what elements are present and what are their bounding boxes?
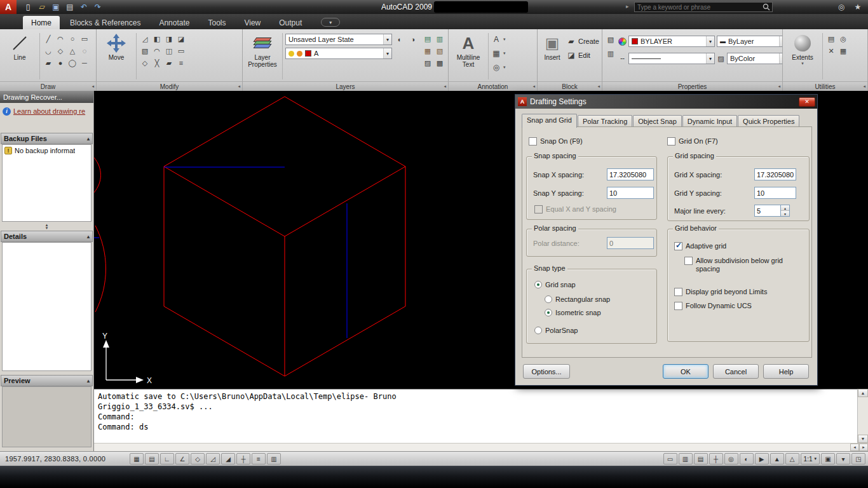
tab-blocks-references[interactable]: Blocks & References	[62, 16, 149, 29]
modify-tool-icon[interactable]: ▭	[175, 45, 187, 57]
chevron-down-icon[interactable]: ▾	[503, 65, 506, 70]
snap-on-checkbox[interactable]: Snap On (F9)	[529, 137, 583, 146]
layer-tool-icon[interactable]: ▨	[422, 57, 433, 69]
draw-tool-icon[interactable]: ◇	[55, 45, 66, 57]
undo-button[interactable]: ↶	[78, 1, 90, 13]
scroll-down-icon[interactable]: ▼	[858, 435, 868, 443]
properties-panel-label[interactable]: Properties◂	[602, 81, 782, 91]
modify-tool-icon[interactable]: ◿	[139, 33, 151, 44]
cube-wireframe[interactable]	[94, 97, 405, 376]
tab-output[interactable]: Output	[271, 16, 310, 29]
open-button[interactable]: ▱	[36, 1, 48, 13]
quick-view-layouts-button[interactable]: ▥	[679, 453, 693, 464]
modify-tool-icon[interactable]: ╳	[151, 57, 163, 69]
utility-icon[interactable]: ◎	[837, 33, 849, 44]
tab-snap-and-grid[interactable]: Snap and Grid	[522, 114, 577, 128]
snap-toggle[interactable]: ▦	[130, 453, 144, 464]
insert-block-button[interactable]: ▣ Insert	[540, 31, 564, 81]
rectangular-snap-radio[interactable]: Rectangular snap	[545, 295, 610, 303]
line-tool-button[interactable]: Line	[3, 31, 37, 81]
command-vertical-scrollbar[interactable]: ▲ ▼	[857, 389, 868, 443]
utilities-panel-label[interactable]: Utilities◂	[783, 81, 867, 91]
grid-y-spacing-input[interactable]	[754, 187, 796, 199]
layer-tool-icon[interactable]: ▦	[422, 45, 433, 57]
options-button[interactable]: Options...	[523, 364, 570, 379]
allow-subdivision-checkbox[interactable]: Allow subdivision below grid spacing	[684, 257, 803, 273]
modify-tool-icon[interactable]: ≡	[175, 57, 187, 69]
adaptive-grid-checkbox[interactable]: Adaptive grid	[674, 242, 726, 250]
table-icon[interactable]: ▦	[491, 49, 501, 58]
palette-title[interactable]: Drawing Recover...	[0, 91, 93, 103]
annotation-visibility-button[interactable]: ▲	[770, 453, 784, 464]
show-motion-button[interactable]: ▶	[755, 453, 769, 464]
modify-tool-icon[interactable]: ▰	[163, 57, 175, 69]
quick-view-drawings-button[interactable]: ▤	[694, 453, 708, 464]
palette-splitter[interactable]: ▴ ▾	[0, 222, 93, 231]
polar-distance-input[interactable]	[607, 237, 654, 249]
coordinates-readout[interactable]: 1957.9917, 2830.8383, 0.0000	[5, 455, 105, 463]
isometric-snap-radio[interactable]: Isometric snap	[545, 309, 601, 316]
utility-icon[interactable]: ▦	[837, 45, 849, 57]
chevron-down-icon[interactable]: ▾	[503, 51, 506, 56]
rectangular-snap-radio-circle[interactable]	[545, 295, 552, 303]
properties-extra-icon[interactable]: ▥	[605, 48, 616, 59]
collapse-icon[interactable]: ▴	[87, 378, 90, 384]
match-properties-icon[interactable]: ▧	[605, 34, 616, 45]
draw-tool-icon[interactable]: ●	[55, 57, 66, 69]
construction-lines[interactable]	[94, 167, 347, 338]
utility-icon[interactable]: ✕	[825, 45, 837, 57]
move-tool-button[interactable]: Move	[99, 31, 133, 81]
zoom-button[interactable]: ◎	[724, 453, 738, 464]
draw-tool-icon[interactable]: ◠	[55, 33, 66, 44]
save-button[interactable]: ▣	[50, 1, 62, 13]
allow-subdivision-checkbox-box[interactable]	[684, 257, 693, 265]
scroll-up-icon[interactable]: ▲	[858, 389, 868, 397]
display-grid-beyond-checkbox[interactable]: Display grid beyond Limits	[674, 288, 767, 296]
osnap-toggle[interactable]: ◇	[191, 453, 205, 464]
modify-tool-icon[interactable]: ◠	[151, 45, 163, 57]
preview-header[interactable]: Preview▴	[1, 375, 93, 386]
ortho-toggle[interactable]: ∟	[160, 453, 174, 464]
toolbar-lock-button[interactable]: ▣	[821, 453, 835, 464]
modify-tool-icon[interactable]: ◪	[175, 33, 187, 44]
status-menu-button[interactable]: ▾	[836, 453, 850, 464]
dimension-icon[interactable]: ◎	[491, 63, 501, 72]
collapse-icon[interactable]: ▴	[87, 234, 90, 240]
clean-screen-button[interactable]: ◳	[851, 453, 865, 464]
qp-toggle[interactable]: ▥	[267, 453, 281, 464]
adaptive-grid-checkbox-box[interactable]	[674, 242, 682, 250]
grid-toggle[interactable]: ▤	[145, 453, 159, 464]
major-line-spinner[interactable]: ▴ ▾	[781, 205, 790, 217]
scroll-right-icon[interactable]: ▸	[859, 444, 868, 451]
favorites-star-icon[interactable]: ★	[851, 1, 864, 13]
draw-tool-icon[interactable]: ◌	[79, 45, 90, 57]
details-header[interactable]: Details▴	[1, 231, 93, 242]
lwt-toggle[interactable]: ≡	[252, 453, 266, 464]
app-menu-button[interactable]: A	[0, 0, 17, 14]
layers-panel-label[interactable]: Layers◂	[243, 81, 448, 91]
draw-tool-icon[interactable]: △	[67, 45, 78, 57]
plot-button[interactable]: ▤	[64, 1, 76, 13]
multiline-text-button[interactable]: A MultilineText	[451, 31, 485, 81]
follow-dynamic-ucs-checkbox-box[interactable]	[674, 302, 682, 310]
isometric-snap-radio-circle[interactable]	[545, 309, 552, 316]
steering-wheel-button[interactable]: ◐	[740, 453, 754, 464]
grid-on-checkbox-box[interactable]	[667, 137, 675, 146]
modify-tool-icon[interactable]: ◧	[151, 33, 163, 44]
plot-style-dropdown[interactable]: ByColor ▾	[727, 53, 783, 64]
snap-x-spacing-input[interactable]	[607, 168, 654, 180]
command-window[interactable]: Automatic save to C:\Users\Bruno\AppData…	[94, 389, 868, 443]
backup-files-list[interactable]: ! No backup informat	[2, 144, 92, 222]
edit-block-button[interactable]: ◪Edit	[566, 49, 599, 62]
search-icon[interactable]	[762, 3, 771, 11]
polarsnap-radio-circle[interactable]	[534, 327, 542, 334]
layer-tool-icon[interactable]: ▥	[434, 33, 445, 44]
layer-state-icon[interactable]: ◑	[407, 34, 419, 45]
redo-button[interactable]: ↷	[92, 1, 104, 13]
chevron-down-icon[interactable]: ▾	[503, 37, 506, 42]
autoscale-button[interactable]: △	[785, 453, 799, 464]
draw-tool-icon[interactable]: ◡	[43, 45, 54, 57]
draw-tool-icon[interactable]: ○	[67, 33, 78, 44]
tab-home[interactable]: Home	[23, 16, 60, 29]
draw-tool-icon[interactable]: ▰	[43, 57, 54, 69]
